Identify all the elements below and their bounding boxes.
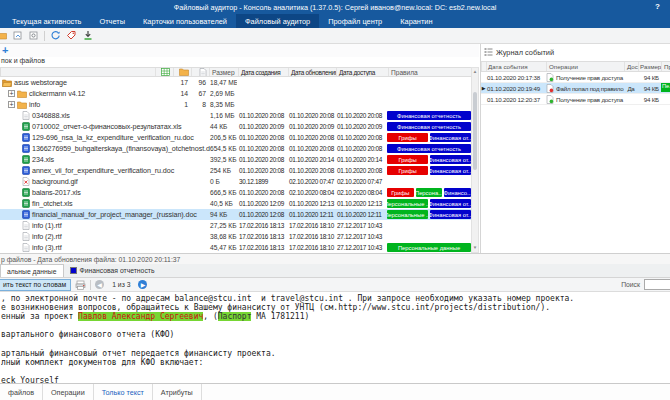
add-folder-button[interactable]: + bbox=[0, 44, 8, 56]
download-icon[interactable] bbox=[82, 30, 93, 41]
file-row[interactable]: info (2).rtf38,68 КБ17.02.2016 18:1317.0… bbox=[0, 231, 471, 242]
file-name: asus webstorage bbox=[14, 78, 67, 87]
date-accessed: 01.10.2020 12:13 bbox=[335, 200, 387, 207]
file-row[interactable]: 0710002_отчет-о-финансовых-результатах.x… bbox=[0, 121, 471, 132]
file-row[interactable]: 129-696_nsa_la_kz_expenditure_verificati… bbox=[0, 132, 471, 143]
column-size[interactable]: Размер bbox=[209, 68, 238, 76]
date-accessed: 02.10.2020 07:47 bbox=[335, 178, 387, 185]
file-panel-title: пок и файлов bbox=[0, 57, 479, 67]
column-created[interactable]: Дата создания bbox=[238, 68, 288, 76]
file-row[interactable]: info (1).rtf27,25 КБ17.02.2016 18:1317.0… bbox=[0, 220, 471, 231]
document-file-icon bbox=[22, 166, 30, 175]
app-tab[interactable]: Профайл центр bbox=[319, 14, 391, 28]
event-row[interactable]: 01.10.2020 12:20:37Получение прав доступ… bbox=[481, 94, 670, 105]
column-name[interactable] bbox=[1, 68, 155, 76]
preview-toolbar: ить текст по словам ◀ 1 из 3 ▶ Поиск bbox=[0, 278, 670, 292]
column-rules[interactable]: Правила bbox=[388, 68, 471, 76]
file-row[interactable]: info (3).rtf45,47 КБ17.02.2016 18:1317.0… bbox=[0, 242, 471, 253]
column-event-date[interactable]: Дата события bbox=[486, 62, 546, 71]
column-size[interactable]: Размер bbox=[638, 62, 661, 71]
spreadsheet-file-icon bbox=[22, 155, 30, 164]
file-name: balans-2017.xls bbox=[32, 188, 81, 197]
expand-icon[interactable]: + bbox=[8, 101, 15, 108]
app-tab[interactable]: Текущая активность bbox=[3, 14, 90, 28]
date-accessed: 01.10.2020 20:08 bbox=[335, 134, 387, 141]
preview-mode-tab[interactable]: файлов bbox=[0, 384, 43, 400]
grid-column-icon[interactable] bbox=[155, 68, 173, 76]
date-updated: 01.10.2020 20:08 bbox=[287, 167, 335, 174]
preview-text-line: вартального финансового отчета (КФО) bbox=[1, 330, 670, 339]
date-created: 30.12.1899 bbox=[237, 178, 287, 185]
date-updated: 17.02.2016 18:10 bbox=[287, 222, 335, 229]
file-row[interactable]: fin_otchet.xls40,5 КБ01.10.2020 12:0901.… bbox=[0, 198, 471, 209]
column-updated[interactable]: Дата обновления bbox=[288, 68, 336, 76]
rule-badge: Грифы bbox=[387, 166, 428, 175]
next-match-icon[interactable]: ▶ bbox=[138, 280, 147, 289]
preview-text-line bbox=[1, 339, 670, 348]
report-icon[interactable] bbox=[12, 30, 23, 41]
dictionary-tab[interactable]: альные данные bbox=[0, 264, 64, 277]
event-row[interactable]: ▶01.10.2020 20:19:49Файл попал под прави… bbox=[481, 83, 670, 94]
preview-mode-tab[interactable]: Только текст bbox=[94, 384, 153, 400]
scroll-up-icon[interactable]: ▲ bbox=[472, 68, 478, 76]
settings-icon[interactable] bbox=[28, 30, 39, 41]
rule-badge: Персона... bbox=[416, 188, 443, 197]
file-row[interactable]: +clickermann v4.1214672,69 МБ bbox=[0, 88, 471, 99]
column-rules[interactable]: Пр... bbox=[661, 62, 670, 71]
file-row[interactable]: +info188,35 МБ bbox=[0, 99, 471, 110]
file-size: 206,5 КБ bbox=[208, 134, 237, 141]
file-row[interactable]: 234.xls392,5 КБ01.10.2020 20:0801.10.202… bbox=[0, 154, 471, 165]
file-row[interactable]: annex_vii_for_expenditure_verification_r… bbox=[0, 165, 471, 176]
folders-count: 1 bbox=[172, 101, 190, 108]
preview-mode-tab[interactable]: Операции bbox=[43, 384, 94, 400]
preview-text-line: , по электронной почте - по адресам bala… bbox=[1, 294, 670, 303]
rule-badge: Финансовая отчетность bbox=[387, 144, 471, 153]
column-access[interactable]: Дост bbox=[624, 62, 638, 71]
preview-text-line: енный за проект Павлов Александр Сергеев… bbox=[1, 312, 670, 321]
app-tab[interactable]: Карточки пользователей bbox=[134, 14, 236, 28]
dictionary-tab[interactable]: Финансовая отчетность bbox=[64, 264, 161, 277]
refresh-icon[interactable] bbox=[50, 30, 61, 41]
help-icon[interactable]: ? bbox=[655, 2, 660, 11]
file-row[interactable]: 1366276959_buhgalterskaya_(finansovaya)_… bbox=[0, 143, 471, 154]
file-row[interactable]: financial_manual_for_project_manager_(ru… bbox=[0, 209, 471, 220]
file-row[interactable]: 0346888.xls1,16 МБ01.10.2020 20:0801.10.… bbox=[0, 110, 471, 121]
date-created: 17.02.2016 18:13 bbox=[237, 233, 287, 240]
column-accessed[interactable]: Дата доступа bbox=[336, 68, 388, 76]
print-icon[interactable] bbox=[75, 279, 86, 290]
app-tab[interactable]: Отчеты bbox=[90, 14, 134, 28]
column-operation[interactable]: Операции bbox=[546, 62, 624, 71]
file-row[interactable]: background.gif0 Б30.12.189902.10.2020 07… bbox=[0, 176, 471, 187]
date-updated: 17.02.2016 18:10 bbox=[287, 233, 335, 240]
scrollbar-thumb[interactable] bbox=[473, 92, 477, 170]
files-count-column-icon[interactable] bbox=[191, 68, 209, 76]
scroll-down-icon[interactable]: ▼ bbox=[472, 244, 478, 252]
app-tab[interactable]: Карантин bbox=[391, 14, 441, 28]
app-tab[interactable]: Файловый аудитор bbox=[236, 14, 319, 28]
event-operation: Файл попал под правило bbox=[556, 85, 624, 92]
file-row[interactable]: balans-2017.xls666,5 КБ01.10.2020 20:080… bbox=[0, 187, 471, 198]
preview-text-line: лный комплект документов для КФО включае… bbox=[1, 358, 670, 367]
folders-count-column-icon[interactable] bbox=[173, 68, 191, 76]
file-table-scrollbar[interactable]: ▲ ▼ bbox=[471, 67, 479, 253]
tag-icon[interactable] bbox=[66, 30, 77, 41]
event-size: 94 КБ bbox=[638, 85, 661, 92]
file-row[interactable]: asus webstorage179618,47 МБ bbox=[0, 77, 471, 88]
date-created: 17.02.2016 18:13 bbox=[237, 222, 287, 229]
event-operation: Получение прав доступа bbox=[556, 96, 623, 103]
file-name: fin_otchet.xls bbox=[32, 199, 73, 208]
event-log-title: Журнал событий bbox=[496, 48, 554, 57]
expand-icon[interactable]: + bbox=[8, 90, 15, 97]
tab-bar: Текущая активностьОтчетыКарточки пользов… bbox=[0, 14, 670, 28]
document-file-icon bbox=[22, 144, 30, 153]
event-log-header: Дата событияОперацииДостРазмерПр... bbox=[481, 61, 670, 72]
event-row[interactable]: 01.10.2020 20:17:38Получение прав доступ… bbox=[481, 72, 670, 83]
date-updated: 02.10.2020 07:47 bbox=[287, 178, 335, 185]
folder-icon[interactable] bbox=[0, 30, 7, 41]
preview-mode-tab[interactable]: Атрибуты bbox=[153, 384, 202, 400]
highlight-words-button[interactable]: ить текст по словам bbox=[0, 279, 71, 291]
search-input[interactable] bbox=[644, 279, 670, 290]
previous-match-icon[interactable]: ◀ bbox=[95, 280, 104, 289]
generic-file-icon bbox=[22, 111, 30, 120]
rule-badge: Финансовая отчетность bbox=[387, 122, 471, 131]
